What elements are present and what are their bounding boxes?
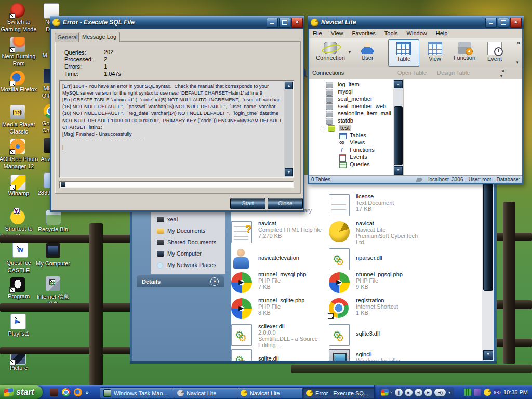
- scroll-down-button[interactable]: ▼: [285, 168, 293, 176]
- switch-gaming-mode-icon[interactable]: [10, 3, 25, 18]
- wireless-tray-icon[interactable]: ((•)): [494, 389, 501, 396]
- desktop-icon-label[interactable]: Nero Burning Rom: [0, 53, 37, 68]
- toolbar-overflow-chevron[interactable]: »: [517, 39, 520, 46]
- sidebar-item-my-network-places[interactable]: My Network Places: [158, 262, 216, 268]
- collapse-icon[interactable]: −: [321, 126, 326, 131]
- toolbar-event-button[interactable]: Event: [481, 39, 509, 66]
- file-tile[interactable]: license Text Document 17 KB: [329, 193, 422, 218]
- log-scrollbar[interactable]: ▲ ▼: [284, 81, 293, 177]
- stop-button[interactable]: ■: [405, 389, 413, 396]
- green-grid-tray-icon[interactable]: [464, 389, 471, 396]
- firefox-quick-launch-icon[interactable]: [74, 388, 82, 396]
- desktop-icon-label[interactable]: Recycle Bin: [32, 226, 74, 233]
- menu-view[interactable]: View: [327, 29, 347, 37]
- file-tile[interactable]: navicat Navicat Lite PremiumSoft CyberTe…: [329, 220, 422, 245]
- tree-scrollbar[interactable]: ▲ ▼: [393, 79, 403, 175]
- close-button[interactable]: Close: [268, 198, 303, 209]
- quick-launch-app-icon[interactable]: [50, 388, 58, 396]
- scroll-down-button[interactable]: ▼: [483, 350, 493, 360]
- taskbar-task-error-dialog[interactable]: Error - Execute SQ...: [302, 387, 379, 399]
- explorer-scrollbar[interactable]: ▼: [482, 175, 494, 361]
- playlist-icon[interactable]: [10, 314, 26, 329]
- scroll-up-button[interactable]: ▲: [394, 80, 403, 88]
- subbar-overflow-chevron[interactable]: »: [501, 68, 504, 74]
- media-player-classic-icon[interactable]: [10, 105, 25, 119]
- recycle-bin-icon[interactable]: [46, 210, 61, 225]
- menu-window[interactable]: Window: [403, 29, 431, 37]
- desktop-icon-label[interactable]: Picture: [0, 365, 37, 372]
- menu-favorites[interactable]: Favorites: [349, 29, 379, 37]
- next-button[interactable]: ►: [424, 389, 432, 396]
- chrome-quick-launch-icon[interactable]: [62, 388, 70, 396]
- file-tile[interactable]: nparser.dll: [329, 247, 422, 272]
- word-doc-icon[interactable]: [12, 242, 28, 258]
- details-panel-header[interactable]: Details »: [137, 275, 224, 287]
- desktop-icon-label[interactable]: Switch to Gaming Mode: [0, 19, 37, 33]
- scroll-up-button[interactable]: ▲: [285, 82, 293, 89]
- quick-launch-chevron-icon[interactable]: »: [86, 390, 89, 395]
- menu-file[interactable]: File: [309, 29, 326, 37]
- acdsee-icon[interactable]: [10, 139, 25, 154]
- navicat-titlebar[interactable]: Navicat Lite ×: [308, 16, 524, 29]
- program-icon[interactable]: [10, 277, 25, 292]
- file-tile[interactable]: navicatelevation: [231, 247, 325, 272]
- nero-icon[interactable]: [10, 37, 25, 52]
- collapse-chevron-icon[interactable]: ˅: [390, 390, 393, 395]
- open-table-button[interactable]: Open Table: [397, 70, 427, 76]
- design-table-button[interactable]: Design Table: [437, 70, 470, 76]
- subbar-more-arrow[interactable]: ▼: [499, 74, 503, 78]
- sidebar-item-my-documents[interactable]: My Documents: [158, 228, 205, 234]
- menu-help[interactable]: Help: [432, 29, 451, 37]
- toolbar-user-button[interactable]: User: [354, 39, 381, 66]
- winamp-icon[interactable]: [10, 175, 26, 190]
- message-log-box[interactable]: [Err] 1064 - You have an error in your S…: [59, 80, 294, 178]
- sidebar-item-shared-documents[interactable]: Shared Documents: [158, 239, 216, 245]
- scrollbar-thumb[interactable]: [394, 106, 403, 165]
- firefox-icon[interactable]: [10, 71, 25, 85]
- close-button[interactable]: ×: [510, 18, 522, 28]
- connection-dropdown-arrow[interactable]: ▼: [348, 50, 352, 55]
- start-button[interactable]: start: [0, 385, 43, 399]
- file-tile[interactable]: sqlite3.dll: [329, 323, 422, 348]
- menu-tools[interactable]: Tools: [381, 29, 402, 37]
- file-tile[interactable]: ntunnel_pgsql.php PHP File 9 KB: [329, 271, 422, 296]
- sidebar-item-my-computer[interactable]: My Computer: [158, 250, 202, 257]
- file-tile[interactable]: registration Internet Shortcut 1 KB: [329, 297, 422, 322]
- my-computer-icon[interactable]: [46, 243, 60, 258]
- toolbar-connection-button[interactable]: Connection: [311, 39, 350, 66]
- display-tray-icon[interactable]: [474, 389, 481, 396]
- scrollbar-thumb[interactable]: [483, 175, 493, 291]
- maximize-button[interactable]: [498, 18, 509, 28]
- previous-button[interactable]: ◄: [415, 389, 422, 396]
- tab-general[interactable]: General: [55, 33, 81, 42]
- toolbar-more-arrow[interactable]: ▼: [515, 60, 520, 65]
- desktop-icon-label[interactable]: My Computer: [30, 260, 76, 268]
- desktop-icon-label[interactable]: Media Player Classic: [0, 121, 37, 136]
- file-tile[interactable]: scilexer.dll 2.0.0.0 Scintilla.DLL - a S…: [231, 323, 325, 348]
- navicat-tray-icon[interactable]: [484, 389, 491, 396]
- chevron-down-icon[interactable]: »: [210, 277, 219, 286]
- sidebar-item-xeal[interactable]: xeal: [158, 216, 178, 222]
- desktop-icon-label[interactable]: ACDSee Photo Manager 12: [0, 156, 39, 170]
- file-tile[interactable]: ntunnel_sqlite.php PHP File 8 KB: [231, 297, 325, 322]
- volume-button[interactable]: ◄): [434, 389, 446, 396]
- file-tile[interactable]: ntunnel_mysql.php PHP File 7 KB: [231, 271, 325, 296]
- maximize-button[interactable]: [279, 18, 290, 28]
- minimize-button[interactable]: [267, 18, 278, 28]
- close-button[interactable]: ×: [291, 18, 303, 28]
- scroll-down-button[interactable]: ▼: [394, 166, 403, 175]
- taskbar-task-taskmanager[interactable]: Windows Task Man...: [100, 387, 178, 399]
- file-tile[interactable]: navicat Compiled HTML Help file 7,270 KB: [231, 220, 325, 245]
- taskbar-task-navicat-2[interactable]: Navicat Lite: [237, 387, 307, 399]
- toolbar-view-button[interactable]: View: [421, 39, 448, 66]
- minimize-button[interactable]: [485, 18, 497, 28]
- toolbar-function-button[interactable]: Function: [448, 39, 481, 66]
- yahoo-messenger-icon[interactable]: [10, 210, 25, 224]
- toolbar-table-button[interactable]: Table: [388, 39, 419, 66]
- tab-message-log[interactable]: Message Log: [78, 32, 120, 42]
- start-button[interactable]: Start: [230, 198, 265, 209]
- error-dialog-titlebar[interactable]: Error - Execute SQL File ×: [50, 16, 304, 29]
- desktop-icon-label[interactable]: Playlist1: [0, 330, 37, 338]
- pane-splitter[interactable]: [403, 79, 404, 175]
- taskbar-task-navicat-1[interactable]: Navicat Lite: [174, 387, 241, 399]
